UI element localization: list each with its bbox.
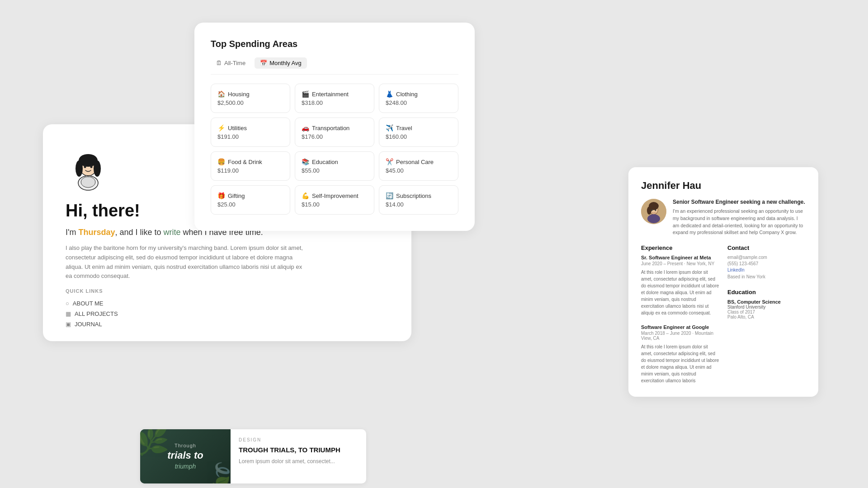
spending-item-clothing: 👗 Clothing $248.00 bbox=[379, 84, 458, 113]
resume-headline-section: Senior Software Engineer seeking a new c… bbox=[673, 199, 806, 236]
spending-item-personal-care: ✂️ Personal Care $45.00 bbox=[379, 151, 458, 181]
resume-bio: I'm an experienced professional seeking … bbox=[673, 208, 806, 236]
education-icon: 📚 bbox=[302, 158, 309, 165]
quick-links-section: QUICK LINKS ○ ABOUT ME ▦ ALL PROJECTS ▣ … bbox=[43, 288, 141, 328]
spending-card: Top Spending Areas 🗓 All-Time 📅 Monthly … bbox=[194, 23, 475, 231]
resume-right-section: Contact email@sample.com (555) 123-4567 … bbox=[727, 244, 806, 384]
resume-headline: Senior Software Engineer seeking a new c… bbox=[673, 199, 806, 205]
spending-item-utilities: ⚡ Utilities $191.00 bbox=[211, 117, 290, 147]
quick-link-journal[interactable]: ▣ JOURNAL bbox=[66, 321, 118, 328]
spending-item-transportation: 🚗 Transportation $176.00 bbox=[295, 117, 374, 147]
calendar-icon: 🗓 bbox=[216, 60, 222, 66]
subscriptions-icon: 🔄 bbox=[386, 192, 393, 199]
resume-experience-section: Experience Sr. Software Engineer at Meta… bbox=[641, 244, 719, 384]
svg-point-11 bbox=[647, 214, 660, 223]
job-2-meta: March 2018 – June 2020 · Mountain View, … bbox=[641, 331, 719, 341]
resume-body: Experience Sr. Software Engineer at Meta… bbox=[641, 244, 806, 384]
calendar-icon-2: 📅 bbox=[260, 60, 267, 66]
resume-name: Jennifer Hau bbox=[641, 180, 806, 192]
education-school: Stanford University bbox=[727, 305, 806, 310]
job-2-desc: At this role I lorem ipsum dolor sit ame… bbox=[641, 343, 719, 384]
svg-point-5 bbox=[75, 160, 83, 177]
spending-item-subscriptions: 🔄 Subscriptions $14.00 bbox=[379, 185, 458, 215]
svg-point-16 bbox=[655, 209, 656, 211]
blog-thumbnail: Through trials to triumph 🌿 🍃 bbox=[140, 429, 231, 483]
spending-item-education: 📚 Education $55.00 bbox=[295, 151, 374, 181]
blog-title: TROUGH TRIALS, TO TRIUMPH bbox=[239, 446, 340, 454]
quick-link-projects[interactable]: ▦ ALL PROJECTS bbox=[66, 310, 118, 317]
svg-point-15 bbox=[651, 209, 653, 211]
contact-email: email@sample.com bbox=[727, 255, 806, 260]
svg-point-8 bbox=[90, 165, 93, 168]
job-1-desc: At this role I lorem ipsum dolor sit ame… bbox=[641, 269, 719, 316]
education-title: Education bbox=[727, 289, 806, 296]
transport-icon: 🚗 bbox=[302, 124, 309, 131]
contact-linkedin[interactable]: LinkedIn bbox=[727, 267, 806, 272]
svg-point-1 bbox=[81, 177, 95, 188]
name-highlight: Thursday bbox=[78, 228, 115, 237]
job-2-title: Software Engineer at Google bbox=[641, 324, 719, 330]
blog-excerpt: Lorem ipsum dolor sit amet, consectet... bbox=[239, 457, 340, 465]
spending-item-self-improvement: 💪 Self-Improvement $15.00 bbox=[295, 185, 374, 215]
quick-link-about[interactable]: ○ ABOUT ME bbox=[66, 300, 118, 307]
food-icon: 🍔 bbox=[217, 158, 225, 165]
tab-all-time[interactable]: 🗓 All-Time bbox=[211, 57, 251, 69]
spending-item-housing: 🏠 Housing $2,500.00 bbox=[211, 84, 290, 113]
experience-title: Experience bbox=[641, 244, 719, 251]
spending-item-travel: ✈️ Travel $160.00 bbox=[379, 117, 458, 147]
spending-title: Top Spending Areas bbox=[211, 39, 458, 49]
entertainment-icon: 🎬 bbox=[302, 90, 309, 98]
about-link-icon: ○ bbox=[66, 300, 69, 307]
svg-point-6 bbox=[94, 160, 101, 177]
projects-link-icon: ▦ bbox=[66, 310, 71, 317]
blog-tag: DESIGN bbox=[239, 437, 340, 442]
gift-icon: 🎁 bbox=[217, 192, 225, 199]
spending-item-entertainment: 🎬 Entertainment $318.00 bbox=[295, 84, 374, 113]
education-degree: BS, Computer Science bbox=[727, 299, 806, 305]
contact-location: Based in New York bbox=[727, 274, 806, 279]
resume-top-section: Senior Software Engineer seeking a new c… bbox=[641, 199, 806, 236]
resume-card: Jennifer Hau Senior Software Engineer se… bbox=[628, 167, 818, 397]
contact-phone: (555) 123-4567 bbox=[727, 261, 806, 266]
house-icon: 🏠 bbox=[217, 90, 225, 98]
job-1-meta: June 2020 – Present · New York, NY bbox=[641, 261, 719, 266]
resume-avatar bbox=[641, 199, 666, 224]
svg-point-14 bbox=[647, 206, 651, 215]
blog-card[interactable]: Through trials to triumph 🌿 🍃 DESIGN TRO… bbox=[140, 429, 366, 483]
spending-tabs: 🗓 All-Time 📅 Monthly Avg bbox=[211, 57, 458, 75]
journal-link-icon: ▣ bbox=[66, 321, 71, 328]
utilities-icon: ⚡ bbox=[217, 124, 225, 131]
education-class: Class of 2017 bbox=[727, 310, 806, 314]
self-improvement-icon: 💪 bbox=[302, 192, 309, 199]
job-1-title: Sr. Software Engineer at Meta bbox=[641, 255, 719, 260]
svg-point-7 bbox=[84, 165, 86, 168]
avatar-illustration bbox=[66, 147, 111, 192]
education-location: Palo Alto, CA bbox=[727, 314, 806, 319]
action-highlight: write bbox=[164, 228, 181, 237]
bio-text: I also play the baritone horn for my uni… bbox=[66, 244, 310, 281]
personal-care-icon: ✂️ bbox=[386, 158, 393, 165]
tab-monthly-avg[interactable]: 📅 Monthly Avg bbox=[255, 57, 307, 69]
contact-title: Contact bbox=[727, 244, 806, 251]
blog-content: DESIGN TROUGH TRIALS, TO TRIUMPH Lorem i… bbox=[231, 429, 349, 483]
quick-links-list: ○ ABOUT ME ▦ ALL PROJECTS ▣ JOURNAL bbox=[66, 300, 118, 328]
quick-links-title: QUICK LINKS bbox=[66, 288, 118, 294]
spending-item-food: 🍔 Food & Drink $119.00 bbox=[211, 151, 290, 181]
clothing-icon: 👗 bbox=[386, 90, 393, 98]
spending-item-gifting: 🎁 Gifting $25.00 bbox=[211, 185, 290, 215]
spending-grid: 🏠 Housing $2,500.00 🎬 Entertainment $318… bbox=[211, 84, 458, 215]
travel-icon: ✈️ bbox=[386, 124, 393, 131]
